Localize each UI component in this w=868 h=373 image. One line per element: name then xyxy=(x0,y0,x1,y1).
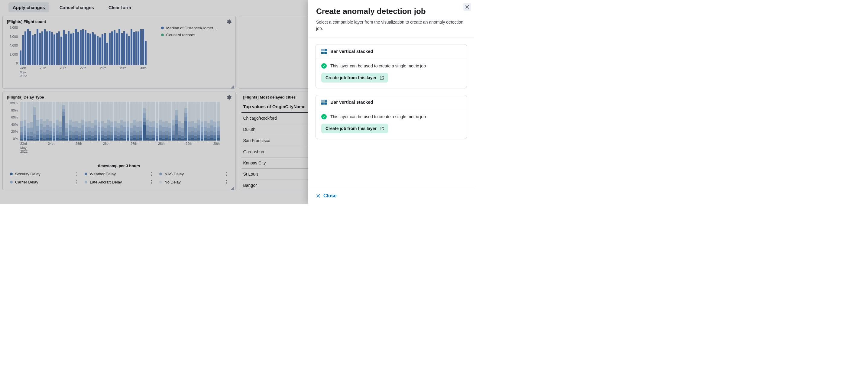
close-label: Close xyxy=(323,193,337,198)
create-job-label: Create job from this layer xyxy=(326,126,377,131)
anomaly-job-flyout: Create anomaly detection job Select a co… xyxy=(308,0,474,204)
layer-card: Bar vertical stacked✓This layer can be u… xyxy=(315,44,467,88)
external-link-icon xyxy=(380,126,384,131)
create-job-button[interactable]: Create job from this layer xyxy=(321,73,388,83)
create-job-label: Create job from this layer xyxy=(326,75,377,80)
x-icon xyxy=(316,194,320,198)
layer-status-text: This layer can be used to create a singl… xyxy=(330,114,426,119)
check-circle-icon: ✓ xyxy=(321,114,327,119)
flyout-description: Select a compatible layer from the visua… xyxy=(316,19,466,32)
bar-stacked-icon xyxy=(321,49,327,54)
layer-type-label: Bar vertical stacked xyxy=(330,99,373,104)
close-button[interactable]: Close xyxy=(316,193,337,198)
close-icon[interactable] xyxy=(463,3,471,11)
layer-status-text: This layer can be used to create a singl… xyxy=(330,63,426,68)
flyout-title: Create anomaly detection job xyxy=(316,7,466,16)
external-link-icon xyxy=(380,75,384,80)
create-job-button[interactable]: Create job from this layer xyxy=(321,124,388,133)
bar-stacked-icon xyxy=(321,100,327,104)
layer-type-label: Bar vertical stacked xyxy=(330,49,373,54)
layer-card: Bar vertical stacked✓This layer can be u… xyxy=(315,95,467,139)
check-circle-icon: ✓ xyxy=(321,63,327,69)
